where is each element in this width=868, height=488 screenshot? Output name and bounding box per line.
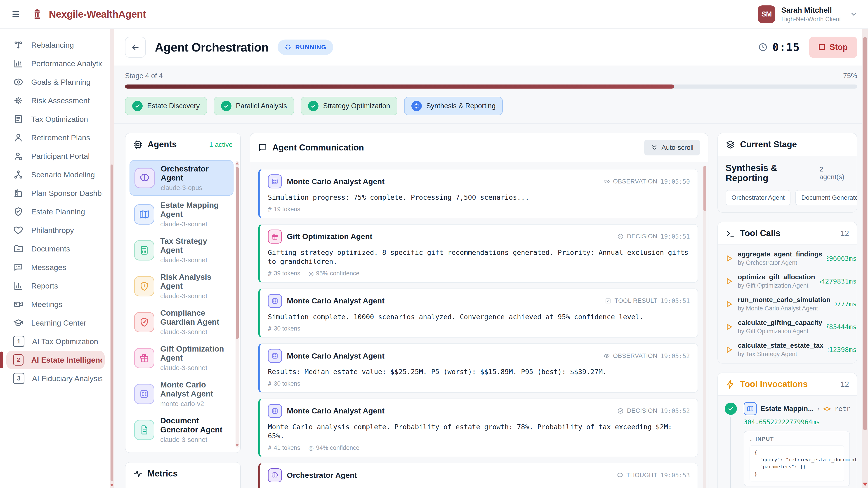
- agent-row-monte-carlo[interactable]: Monte Carlo Analyst Agent monte-carlo-v2: [129, 377, 234, 411]
- agent-row-gift-optimization[interactable]: Gift Optimization Agent claude-3-sonnet: [129, 341, 234, 375]
- confidence-icon: ◎: [308, 270, 314, 277]
- lightning-icon: [725, 380, 735, 389]
- sidebar-item-tax-optimization[interactable]: Tax Optimization: [6, 110, 105, 128]
- agent-row-compliance-guardian[interactable]: Compliance Guardian Agent claude-3-sonne…: [129, 305, 234, 339]
- tool-call-row[interactable]: optimize_gift_allocation by Gift Optimiz…: [725, 273, 857, 289]
- sliders-icon: [13, 40, 24, 50]
- arrow-down-icon: ↓: [749, 436, 753, 442]
- sidebar-item-scenario-modeling[interactable]: Scenario Modeling: [6, 165, 105, 184]
- sidebar-item-risk-assessment[interactable]: Risk Assessment: [6, 91, 105, 110]
- sidebar-item-goals-planning[interactable]: Goals & Planning: [6, 73, 105, 91]
- metrics-title: Metrics: [148, 469, 178, 479]
- stage-progress: Stage 4 of 4 75% Estate Discovery Parall…: [114, 66, 868, 124]
- brain-icon: [268, 468, 282, 482]
- page-title: Agent Orchestration: [155, 40, 269, 54]
- building-icon: [13, 188, 24, 198]
- play-icon: [725, 323, 733, 331]
- message-card: Monte Carlo Analyst Agent OBSERVATION 19…: [258, 344, 698, 393]
- tool-call-row[interactable]: calculate_state_estate_tax by Tax Strate…: [725, 341, 857, 358]
- sidebar-item-ai-estate-intelligence[interactable]: 2 AI Estate Intelligence: [6, 351, 105, 369]
- agents-scrollbar[interactable]: [236, 161, 239, 448]
- agents-title: Agents: [148, 140, 177, 149]
- sidebar-item-rebalancing[interactable]: Rebalancing: [6, 36, 105, 54]
- check-icon: [221, 101, 231, 111]
- play-icon: [725, 277, 733, 286]
- sidebar-item-retirement-plans[interactable]: Retirement Plans: [6, 128, 105, 147]
- terminal-icon: [725, 229, 735, 238]
- code-icon: <>: [823, 405, 831, 413]
- agent-row-tax-strategy[interactable]: Tax Strategy Agent claude-3-sonnet: [129, 233, 234, 267]
- activity-icon: [133, 469, 143, 479]
- progress-percent: 75%: [843, 72, 857, 80]
- tool-call-row[interactable]: run_monte_carlo_simulation by Monte Carl…: [725, 296, 857, 312]
- sidebar-item-learning-center[interactable]: Learning Center: [6, 314, 105, 332]
- user-badge-icon: [13, 151, 24, 161]
- tool-invocations-panel: Tool Invocations 12 Estate Mappin... › <…: [717, 372, 857, 488]
- shield-alert-icon: [134, 276, 154, 296]
- target-icon: [13, 77, 24, 87]
- file-icon: [134, 420, 154, 440]
- communication-title: Agent Communication: [272, 143, 364, 153]
- dice-icon: [268, 404, 282, 418]
- sidebar-item-performance-analytics[interactable]: Performance Analytics: [6, 54, 105, 73]
- gift-icon: [268, 230, 282, 243]
- sidebar-item-messages[interactable]: Messages: [6, 258, 105, 276]
- dice-icon: [268, 174, 282, 188]
- elapsed-timer: 0:15: [758, 41, 800, 53]
- shield-check-icon: [13, 206, 24, 217]
- menu-icon[interactable]: [10, 8, 23, 21]
- spinner-icon: [284, 43, 291, 51]
- auto-scroll-button[interactable]: Auto-scroll: [644, 140, 700, 156]
- tool-invocations-count: 12: [840, 380, 849, 389]
- tool-calls-count: 12: [840, 229, 849, 238]
- stage-chip-parallel-analysis[interactable]: Parallel Analysis: [214, 97, 294, 115]
- sidebar-item-meetings[interactable]: Meetings: [6, 295, 105, 314]
- communication-panel: Agent Communication Auto-scroll Monte Ca…: [250, 133, 708, 488]
- stage-chip-synthesis-reporting[interactable]: Synthesis & Reporting: [404, 97, 503, 115]
- map-icon: [134, 204, 154, 225]
- stage-chip-strategy-optimization[interactable]: Strategy Optimization: [301, 97, 397, 115]
- agent-row-estate-mapping[interactable]: Estate Mapping Agent claude-3-sonnet: [129, 197, 234, 232]
- back-button[interactable]: [125, 37, 146, 58]
- sidebar-scrollbar[interactable]: [110, 29, 114, 488]
- agent-row-orchestrator[interactable]: Orchestrator Agent claude-3-opus: [129, 160, 234, 196]
- sidebar-item-estate-planning[interactable]: Estate Planning: [6, 202, 105, 221]
- play-icon: [725, 254, 733, 263]
- agent-row-risk-analysis[interactable]: Risk Analysis Agent claude-3-sonnet: [129, 269, 234, 303]
- map-icon: [744, 402, 757, 415]
- stage-chip-estate-discovery[interactable]: Estate Discovery: [125, 97, 207, 115]
- avatar: SM: [758, 5, 775, 23]
- message-card: Monte Carlo Analyst Agent DECISION 19:05…: [258, 398, 698, 457]
- metrics-rows: Messages46 Tool Calls12 Input Tokens714 …: [125, 485, 240, 488]
- hash-icon: #: [268, 206, 272, 213]
- user-menu[interactable]: SM Sarah Mitchell High-Net-Worth Client: [758, 5, 858, 23]
- sidebar-item-plan-sponsor-dashboard[interactable]: Plan Sponsor Dashboard: [6, 184, 105, 202]
- user-name: Sarah Mitchell: [781, 6, 841, 14]
- page-scrollbar[interactable]: [862, 29, 868, 488]
- agent-row-document-generator[interactable]: Document Generator Agent claude-3-sonnet: [129, 413, 234, 447]
- sidebar-item-participant-portal[interactable]: Participant Portal: [6, 147, 105, 165]
- play-icon: [725, 346, 733, 354]
- stop-icon: [819, 44, 825, 51]
- sidebar-item-reports[interactable]: Reports: [6, 276, 105, 295]
- sidebar-item-documents[interactable]: Documents: [6, 239, 105, 258]
- status-badge: RUNNING: [278, 39, 333, 55]
- sidebar-item-ai-fiduciary-analysis[interactable]: 3 AI Fiduciary Analysis: [6, 369, 105, 388]
- stage-agent-chip: Document Generator Agent: [796, 190, 857, 205]
- stop-button[interactable]: Stop: [809, 37, 857, 58]
- tool-call-row[interactable]: aggregate_agent_findings by Orchestrator…: [725, 250, 857, 266]
- tool-calls-panel: Tool Calls 12 aggregate_agent_findings b…: [717, 222, 857, 363]
- layers-icon: [725, 140, 735, 149]
- tool-invocations-title: Tool Invocations: [740, 379, 808, 389]
- tool-calls-title: Tool Calls: [740, 228, 780, 238]
- calculator-icon: [134, 240, 154, 260]
- invocation-item[interactable]: Estate Mappin... › <> retrieve_estate_d……: [725, 402, 850, 488]
- tool-call-row[interactable]: calculate_gifting_capacity by Gift Optim…: [725, 319, 857, 335]
- eye-icon: [603, 178, 610, 185]
- sidebar-item-philanthropy[interactable]: Philanthropy: [6, 221, 105, 239]
- current-stage-title: Current Stage: [740, 140, 797, 149]
- messages-scrollbar[interactable]: [703, 166, 706, 488]
- sidebar-item-ai-tax-optimization[interactable]: 1 AI Tax Optimization: [6, 332, 105, 351]
- current-stage-name: Synthesis & Reporting: [725, 163, 819, 183]
- current-stage-panel: Current Stage Synthesis & Reporting 2 ag…: [717, 133, 857, 213]
